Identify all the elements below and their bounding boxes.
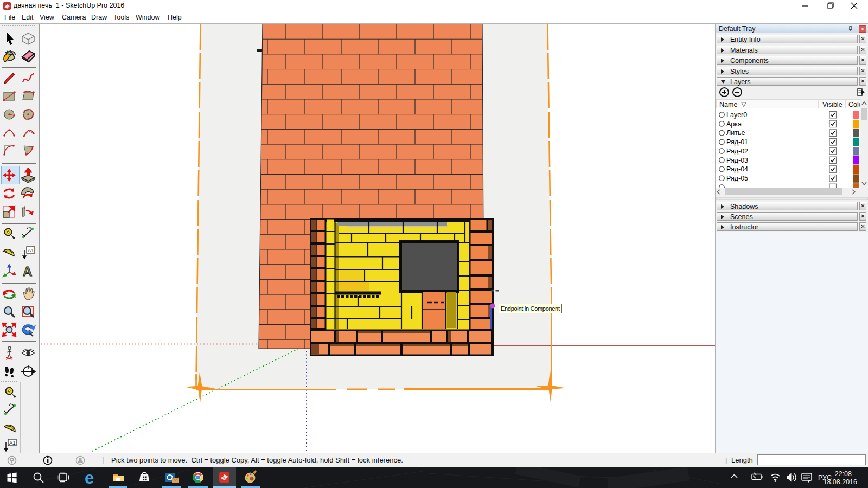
svg-text:A: A	[23, 264, 32, 279]
svg-text:22:08: 22:08	[835, 470, 852, 478]
svg-text:Visible: Visible	[822, 101, 843, 108]
svg-text:Ряд-04: Ряд-04	[726, 165, 748, 173]
svg-text:Арка: Арка	[726, 120, 742, 128]
svg-text:Ряд-02: Ряд-02	[726, 147, 748, 155]
svg-text:Ряд-03: Ряд-03	[726, 157, 748, 164]
svg-text:Ряд-05: Ряд-05	[726, 175, 748, 182]
svg-text:18.08.2016: 18.08.2016	[823, 478, 857, 486]
svg-text:Ряд-01: Ряд-01	[726, 138, 748, 146]
svg-text:Name: Name	[719, 101, 737, 108]
svg-text:e: e	[85, 468, 94, 487]
svg-text:Endpoint in Component: Endpoint in Component	[501, 305, 560, 312]
svg-text:Layer0: Layer0	[726, 111, 747, 119]
svg-text:Colo: Colo	[848, 101, 863, 108]
svg-text:Литье: Литье	[726, 129, 745, 137]
